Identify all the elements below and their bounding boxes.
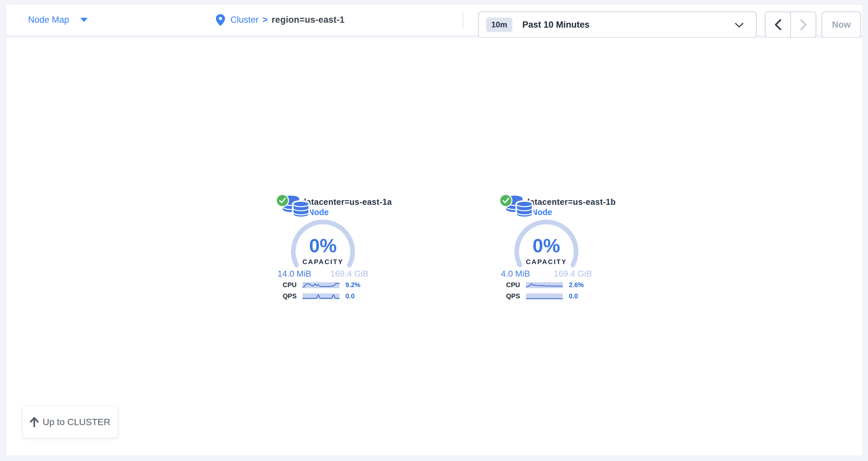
chevron-down-icon — [735, 23, 743, 28]
chevron-left-icon — [774, 19, 782, 30]
qps-label: QPS — [499, 292, 520, 300]
up-to-cluster-button[interactable]: Up to CLUSTER — [23, 406, 118, 438]
view-selector[interactable]: Node Map — [28, 5, 88, 35]
time-prev-button[interactable] — [766, 12, 791, 37]
capacity-values: 14.0 MiB 169.4 GiB — [277, 269, 368, 279]
qps-value: 0.0 — [345, 292, 370, 300]
capacity-percent: 0% — [490, 236, 602, 256]
up-to-cluster-label: Up to CLUSTER — [42, 417, 110, 427]
cpu-metric-row: CPU 9.2% — [267, 281, 379, 289]
header-bar: Node Map Cluster > region=us-east-1 10m … — [6, 4, 863, 36]
datacenter-card-us-east-1b[interactable]: datacenter=us-east-1b 1 Node 0% CAPACITY… — [490, 194, 602, 305]
capacity-percent: 0% — [267, 236, 379, 256]
time-next-button[interactable] — [791, 12, 816, 37]
capacity-total: 169.4 GiB — [554, 269, 592, 279]
header-divider — [463, 12, 463, 29]
time-window-dropdown[interactable]: 10m Past 10 Minutes — [478, 11, 756, 38]
cpu-metric-row: CPU 2.6% — [490, 281, 602, 289]
cpu-value: 2.6% — [569, 281, 594, 289]
breadcrumb-cluster-link[interactable]: Cluster — [230, 15, 259, 25]
datacenter-title: datacenter=us-east-1a — [301, 197, 392, 207]
time-nav-group — [765, 11, 816, 38]
qps-sparkline — [526, 293, 563, 299]
map-pin-icon — [216, 14, 225, 26]
datacenter-node-count: 1 Node — [301, 207, 392, 217]
caret-down-icon — [81, 18, 88, 22]
qps-value: 0.0 — [569, 292, 594, 300]
breadcrumb-separator: > — [262, 15, 268, 25]
cpu-sparkline — [526, 282, 563, 288]
datacenter-card-header: datacenter=us-east-1b 1 Node — [525, 197, 616, 217]
healthy-check-icon — [499, 194, 513, 207]
breadcrumb-current: region=us-east-1 — [272, 15, 345, 25]
qps-metric-row: QPS 0.0 — [267, 292, 379, 300]
capacity-label: CAPACITY — [267, 258, 379, 266]
qps-metric-row: QPS 0.0 — [490, 292, 602, 300]
map-canvas — [6, 37, 863, 456]
datacenter-title: datacenter=us-east-1b — [525, 197, 616, 207]
qps-sparkline — [303, 293, 339, 299]
arrow-up-icon — [30, 417, 38, 427]
capacity-used: 14.0 MiB — [277, 269, 311, 279]
capacity-label: CAPACITY — [490, 258, 602, 266]
now-button[interactable]: Now — [822, 11, 861, 38]
datacenter-card-header: datacenter=us-east-1a 1 Node — [301, 197, 392, 217]
qps-label: QPS — [276, 292, 297, 300]
chevron-right-icon — [800, 19, 807, 30]
datacenter-node-count: 1 Node — [525, 207, 616, 217]
view-selector-label: Node Map — [28, 15, 69, 25]
node-map-page: Node Map Cluster > region=us-east-1 10m … — [0, 0, 868, 461]
cpu-value: 9.2% — [345, 281, 370, 289]
capacity-used: 4.0 MiB — [501, 269, 530, 279]
cpu-label: CPU — [499, 281, 520, 289]
capacity-values: 4.0 MiB 169.4 GiB — [501, 269, 592, 279]
healthy-check-icon — [276, 194, 289, 207]
cpu-label: CPU — [276, 281, 297, 289]
cpu-sparkline — [303, 282, 339, 288]
time-window-label: Past 10 Minutes — [522, 20, 590, 30]
breadcrumb: Cluster > region=us-east-1 — [216, 5, 345, 35]
time-window-badge: 10m — [486, 18, 513, 32]
datacenter-card-us-east-1a[interactable]: datacenter=us-east-1a 1 Node 0% CAPACITY… — [267, 194, 379, 305]
capacity-total: 169.4 GiB — [330, 269, 368, 279]
